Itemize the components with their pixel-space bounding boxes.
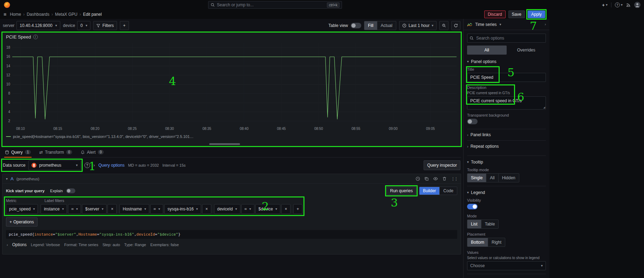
- axis-section-header[interactable]: ▾Axis: [467, 274, 546, 278]
- svg-text:08:20: 08:20: [91, 127, 100, 131]
- legend-series-label[interactable]: pcie_speed{Hostname="sysqa-ins-b16", bio…: [13, 134, 193, 139]
- add-label-filter-button[interactable]: +: [293, 204, 302, 214]
- run-queries-button[interactable]: Run queries: [386, 187, 416, 195]
- apply-button[interactable]: Apply: [528, 11, 545, 18]
- options-search-input[interactable]: [467, 34, 546, 43]
- hide-query-icon[interactable]: [433, 176, 438, 181]
- discard-button[interactable]: Discard: [484, 11, 506, 18]
- time-range-picker[interactable]: Last 1 hour ▾: [399, 21, 437, 30]
- query-ref-id[interactable]: A: [11, 176, 14, 181]
- values-label: Values: [467, 250, 546, 255]
- variable-device-dropdown[interactable]: 0▾: [77, 21, 90, 30]
- variable-server-dropdown[interactable]: 10.40.4.126:8000▾: [16, 21, 60, 30]
- filter-label-select[interactable]: deviceId▾: [214, 204, 240, 214]
- tooltip-all-option[interactable]: All: [486, 174, 498, 182]
- panel-description-input[interactable]: PCIE current speed in GT/s: [467, 96, 546, 110]
- tab-alert-badge: 0: [98, 150, 104, 154]
- save-button[interactable]: Save: [508, 11, 525, 18]
- breadcrumb-dashboards[interactable]: Dashboards: [27, 12, 49, 17]
- filter-label-select[interactable]: Hostname▾: [119, 204, 149, 214]
- add-operations-button[interactable]: + Operations: [6, 217, 37, 227]
- datasource-picker[interactable]: prometheus ▾: [28, 160, 81, 170]
- drag-handle-icon[interactable]: ⋮⋮: [451, 176, 457, 181]
- duplicate-query-icon[interactable]: [424, 176, 429, 181]
- remove-filter-button[interactable]: ×: [108, 204, 117, 214]
- label-filters-label: Label filters: [44, 199, 64, 203]
- placement-right-option[interactable]: Right: [488, 238, 505, 246]
- repeat-options-section[interactable]: ›Repeat options: [467, 140, 546, 152]
- help-button[interactable]: ?▾: [615, 2, 623, 7]
- filter-value-select[interactable]: $device▾: [255, 204, 280, 214]
- filter-operator-select[interactable]: =▾: [68, 204, 81, 214]
- breadcrumb-home[interactable]: Home: [10, 12, 21, 17]
- panel-header[interactable]: PCIE Speed i: [2, 33, 461, 41]
- breadcrumb-dashboard-name[interactable]: MetaX GPU: [55, 12, 77, 17]
- new-button[interactable]: +▾: [602, 2, 608, 8]
- explain-toggle[interactable]: [66, 188, 75, 193]
- filter-value-select[interactable]: $server▾: [82, 204, 107, 214]
- filter-operator-select[interactable]: =▾: [150, 204, 163, 214]
- filter-value-select[interactable]: sysqa-ins-b16▾: [164, 204, 201, 214]
- tooltip-section-header[interactable]: ▾Tooltip: [467, 155, 546, 167]
- filter-operator-select[interactable]: =▾: [241, 204, 254, 214]
- time-series-chart[interactable]: 2468101214161808:1008:1508:2008:2508:300…: [3, 41, 459, 134]
- legend-list-option[interactable]: List: [467, 220, 481, 228]
- search-input[interactable]: [217, 2, 325, 7]
- menu-toggle-button[interactable]: ≡: [2, 12, 8, 17]
- legend-table-option[interactable]: Table: [481, 220, 499, 228]
- grafana-logo[interactable]: [4, 1, 11, 8]
- placement-bottom-option[interactable]: Bottom: [467, 238, 488, 246]
- database-icon: [5, 150, 9, 154]
- legend-section-header[interactable]: ▾Legend: [467, 186, 546, 197]
- tooltip-hidden-option[interactable]: Hidden: [498, 174, 519, 182]
- tooltip-single-option[interactable]: Single: [467, 174, 486, 182]
- filter-label-select[interactable]: instance▾: [41, 204, 67, 214]
- zoom-out-button[interactable]: [439, 21, 448, 30]
- transparent-background-toggle[interactable]: [467, 119, 478, 124]
- query-options-footer[interactable]: › Options Legend: Verbose Format: Time s…: [6, 239, 457, 251]
- chevron-down-icon: ▾: [467, 160, 469, 164]
- fill-option[interactable]: Fill: [364, 21, 377, 30]
- tab-query-label: Query: [11, 150, 23, 155]
- collapse-caret-icon[interactable]: ▾: [6, 177, 8, 181]
- remove-filter-button[interactable]: ×: [202, 204, 211, 214]
- legend-visibility-toggle[interactable]: [467, 204, 478, 209]
- code-mode-button[interactable]: Code: [439, 187, 457, 195]
- table-view-toggle[interactable]: [351, 23, 361, 28]
- time-range-value: Last 1 hour: [409, 23, 430, 28]
- collapse-pane-icon[interactable]: ›: [545, 23, 546, 26]
- actual-option[interactable]: Actual: [377, 21, 396, 30]
- query-inspector-button[interactable]: Query inspector: [424, 160, 460, 170]
- query-row-header[interactable]: ▾ A (prometheus) ⋮⋮: [2, 174, 461, 184]
- filters-button[interactable]: Filters: [93, 21, 117, 30]
- svg-text:08:45: 08:45: [277, 127, 286, 131]
- refresh-button[interactable]: [451, 21, 460, 30]
- panel-links-section[interactable]: ›Panel links: [467, 129, 546, 140]
- tab-transform[interactable]: ⇄ Transform 0: [39, 147, 73, 157]
- horizontal-scrollbar-thumb[interactable]: [209, 143, 240, 145]
- tab-all[interactable]: All: [467, 46, 507, 55]
- search-icon: [211, 3, 215, 7]
- visualization-picker[interactable]: Time series ▾ ›: [464, 19, 549, 30]
- user-avatar[interactable]: [634, 2, 640, 8]
- resize-handle-icon[interactable]: ◢: [543, 106, 545, 109]
- panel-title-input[interactable]: [467, 73, 546, 82]
- news-button[interactable]: [626, 3, 631, 7]
- panel-options-section-header[interactable]: ▾Panel options: [467, 55, 546, 67]
- legend-values-select[interactable]: Choose▾: [467, 261, 546, 270]
- query-history-icon[interactable]: [416, 176, 420, 181]
- tab-overrides[interactable]: Overrides: [507, 46, 546, 55]
- query-options-toggle[interactable]: Query options: [98, 163, 125, 168]
- tab-query[interactable]: Query 1: [4, 147, 32, 157]
- metric-select[interactable]: pcie_speed▾: [6, 204, 38, 214]
- add-filter-button[interactable]: +: [120, 21, 129, 30]
- builder-mode-button[interactable]: Builder: [419, 187, 439, 195]
- datasource-help-icon[interactable]: ?: [84, 162, 90, 168]
- remove-filter-button[interactable]: ×: [281, 204, 290, 214]
- info-icon[interactable]: i: [33, 35, 38, 39]
- delete-query-icon[interactable]: [442, 176, 447, 181]
- global-search[interactable]: ctrl+k: [208, 1, 342, 9]
- kickstart-button[interactable]: Kick start your query: [6, 189, 44, 193]
- format-option: Format: Time series: [64, 243, 98, 247]
- tab-alert[interactable]: Alert 0: [80, 147, 104, 157]
